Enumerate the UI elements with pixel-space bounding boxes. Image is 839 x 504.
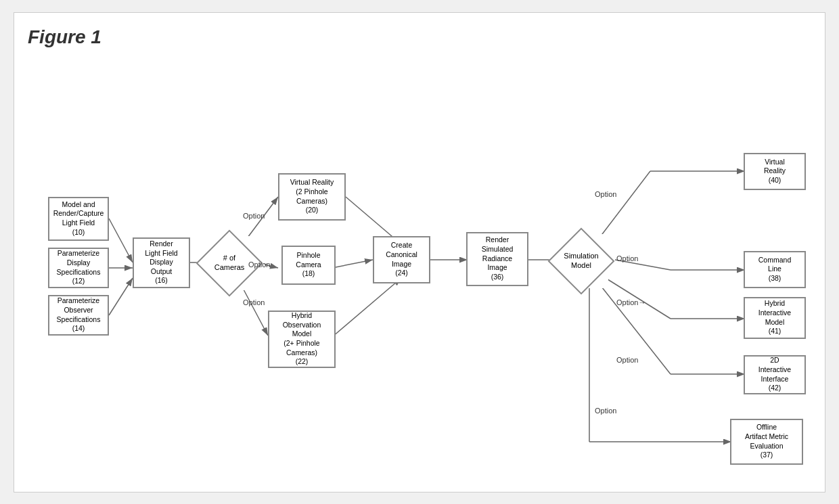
diagram: Model andRender/CaptureLight Field(10) P… [28,55,811,488]
render-radiance-box: RenderSimulatedRadianceImage(36) [466,232,528,286]
sim-option-cmd: Option [616,254,638,262]
parameterize-observer-box: ParameterizeObserverSpecifications(14) [48,295,109,336]
simulation-model-diamond: SimulationModel [554,234,608,288]
svg-line-10 [332,278,401,337]
svg-line-9 [332,260,373,268]
virtual-reality-cam-box: Virtual Reality(2 PinholeCameras)(20) [278,173,346,221]
page: Figure 1 [14,12,825,492]
command-line-box: CommandLine(38) [744,251,806,288]
create-canonical-box: CreateCanonicalImage(24) [373,236,430,283]
hybrid-obs-box: HybridObservationModel(2+ PinholeCameras… [268,311,336,368]
option-label-bot: Option [243,298,265,306]
hybrid-interactive-box: HybridInteractiveModel(41) [744,297,806,339]
sim-option-offline: Option [595,407,616,415]
interactive-2d-box: 2DInteractiveInterface(42) [744,355,806,394]
option-label-mid: Option [248,260,270,269]
svg-line-3 [109,278,133,315]
svg-line-1 [109,219,133,262]
option-label-top: Option [243,212,265,220]
sim-option-top: Option [595,190,616,198]
model-render-box: Model andRender/CaptureLight Field(10) [48,197,109,241]
sim-option-2d: Option [616,356,638,364]
sim-option-hybrid: Option→ [616,298,645,306]
parameterize-display-box: ParameterizeDisplaySpecifications(12) [48,248,109,288]
virtual-reality-out-box: VirtualReality(40) [744,153,806,190]
figure-title: Figure 1 [28,26,811,48]
pinhole-camera-box: PinholeCamera(18) [281,246,336,285]
offline-artifact-box: OfflineArtifact MetricEvaluation(37) [730,419,803,465]
render-light-field-box: RenderLight FieldDisplayOutput(16) [133,237,190,288]
